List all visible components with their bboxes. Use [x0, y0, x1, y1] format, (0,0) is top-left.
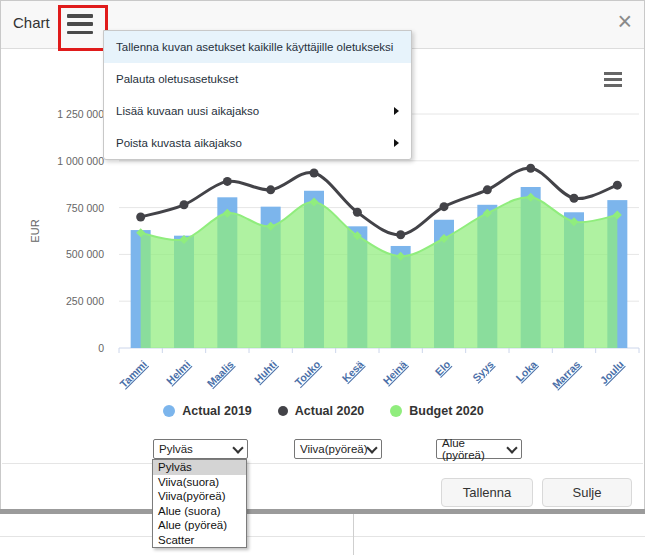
select-option-5[interactable]: Alue (pyöreä) [153, 518, 246, 533]
circle-marker [353, 208, 362, 217]
x-axis-label-Kesä[interactable]: Kesä [340, 358, 366, 384]
circle-marker [483, 185, 492, 194]
x-axis-label-Elo[interactable]: Elo [432, 358, 452, 378]
legend-label: Actual 2020 [295, 404, 364, 418]
legend-marker-icon [278, 406, 288, 416]
menu-item-label: Lisää kuvaan uusi aikajakso [116, 105, 259, 117]
close-button[interactable]: Sulje [542, 478, 632, 507]
series-type-select-2[interactable]: Viiva(pyöreä) [294, 439, 382, 459]
legend-marker-icon [163, 405, 175, 417]
legend-item[interactable]: Actual 2019 [163, 404, 251, 418]
table-column-divider [353, 514, 354, 555]
dialog-bottom-edge [0, 509, 645, 514]
menu-item-4[interactable]: Poista kuvasta aikajakso [104, 127, 411, 159]
table-row-divider [0, 536, 645, 537]
series-type-select-3[interactable]: Alue (pyöreä) [436, 439, 522, 459]
select-option-1[interactable]: Pylväs [153, 460, 246, 475]
x-axis-label-Syys[interactable]: Syys [470, 358, 496, 384]
menu-item-3[interactable]: Lisää kuvaan uusi aikajakso [104, 95, 411, 127]
y-axis-tick-label: 1 250 000 [57, 108, 104, 120]
chevron-down-icon [506, 442, 517, 453]
series-type-select-1[interactable]: Pylväs [153, 439, 248, 459]
x-axis-label-Tammi[interactable]: Tammi [117, 358, 149, 390]
circle-marker [440, 202, 449, 211]
x-axis-label-Marras[interactable]: Marras [550, 358, 583, 391]
select-value: Viiva(pyöreä) [300, 443, 368, 455]
menu-item-label: Palauta oletusasetukset [116, 73, 238, 85]
select-option-6[interactable]: Scatter [153, 533, 246, 548]
menu-item-2[interactable]: Palauta oletusasetukset [104, 63, 411, 95]
circle-marker [180, 200, 189, 209]
y-axis-tick-label: 0 [98, 342, 104, 354]
screen: 73 779-67 171-691 014-619 478-658 108-32… [0, 0, 645, 555]
legend-label: Actual 2019 [182, 404, 251, 418]
y-axis-tick-label: 500 000 [66, 248, 104, 260]
circle-marker [136, 212, 145, 221]
legend-label: Budget 2020 [409, 404, 483, 418]
select-value: Alue (pyöreä) [442, 437, 508, 461]
circle-marker [526, 164, 535, 173]
x-axis-label-Huhti[interactable]: Huhti [252, 358, 280, 386]
select-option-3[interactable]: Viiva(pyöreä) [153, 489, 246, 504]
circle-marker [310, 168, 319, 177]
x-axis-label-Touko[interactable]: Touko [292, 358, 322, 388]
background-data-table: 73 779-67 171-691 014-619 478-658 108-32… [0, 514, 645, 555]
submenu-arrow-icon [394, 107, 399, 115]
menu-item-1[interactable]: Tallenna kuvan asetukset kaikille käyttä… [104, 31, 411, 63]
chart-legend: Actual 2019Actual 2020Budget 2020 [1, 404, 645, 418]
x-axis-label-Loka[interactable]: Loka [513, 358, 539, 384]
y-axis-title: EUR [29, 219, 41, 242]
circle-marker [613, 181, 622, 190]
submenu-arrow-icon [394, 139, 399, 147]
series-type-dropdown-list: PylväsViiva(suora)Viiva(pyöreä)Alue (suo… [152, 459, 247, 548]
chart-export-menu-icon[interactable] [604, 72, 622, 87]
chevron-down-icon [366, 442, 377, 453]
legend-item[interactable]: Actual 2020 [278, 404, 364, 418]
circle-marker [570, 194, 579, 203]
select-value: Pylväs [159, 443, 193, 455]
circle-marker [396, 230, 405, 239]
legend-item[interactable]: Budget 2020 [390, 404, 483, 418]
y-axis-tick-label: 1 000 000 [57, 155, 104, 167]
select-option-2[interactable]: Viiva(suora) [153, 475, 246, 490]
select-option-4[interactable]: Alue (suora) [153, 504, 246, 519]
menu-item-label: Poista kuvasta aikajakso [116, 137, 242, 149]
footer-divider [2, 463, 643, 464]
x-axis-label-Helmi[interactable]: Helmi [164, 358, 193, 387]
chevron-down-icon [232, 442, 243, 453]
chart-settings-menu: Tallenna kuvan asetukset kaikille käyttä… [103, 30, 412, 160]
x-axis-label-Heinä[interactable]: Heinä [380, 358, 409, 387]
x-axis-label-Maalis[interactable]: Maalis [205, 358, 236, 389]
y-axis-tick-label: 750 000 [66, 202, 104, 214]
x-axis-label-Joulu[interactable]: Joulu [597, 358, 625, 386]
save-button[interactable]: Tallenna [441, 478, 533, 507]
legend-marker-icon [390, 405, 402, 417]
circle-marker [266, 185, 275, 194]
menu-item-label: Tallenna kuvan asetukset kaikille käyttä… [116, 41, 393, 53]
circle-marker [223, 177, 232, 186]
y-axis-tick-label: 250 000 [66, 295, 104, 307]
